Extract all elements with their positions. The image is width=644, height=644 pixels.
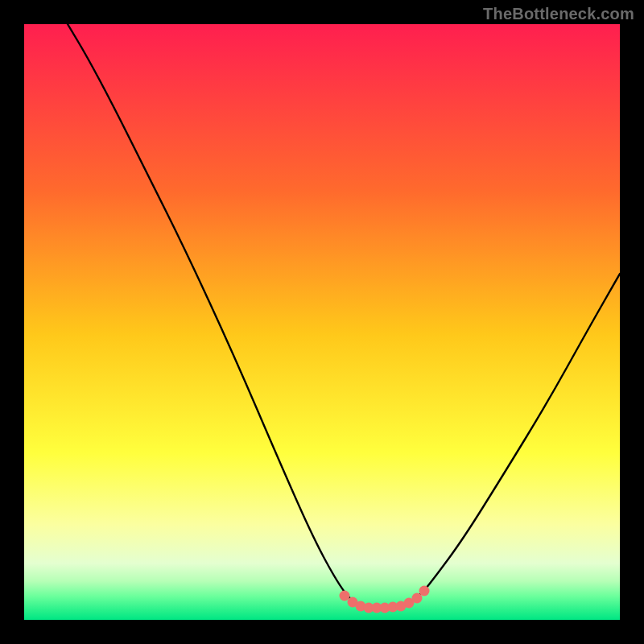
plot-area xyxy=(24,24,620,620)
chart-frame: TheBottleneck.com xyxy=(0,0,644,644)
watermark-text: TheBottleneck.com xyxy=(483,5,634,23)
chart-curve-layer xyxy=(24,24,620,620)
valley-marker xyxy=(419,586,430,597)
bottleneck-curve xyxy=(68,24,620,607)
